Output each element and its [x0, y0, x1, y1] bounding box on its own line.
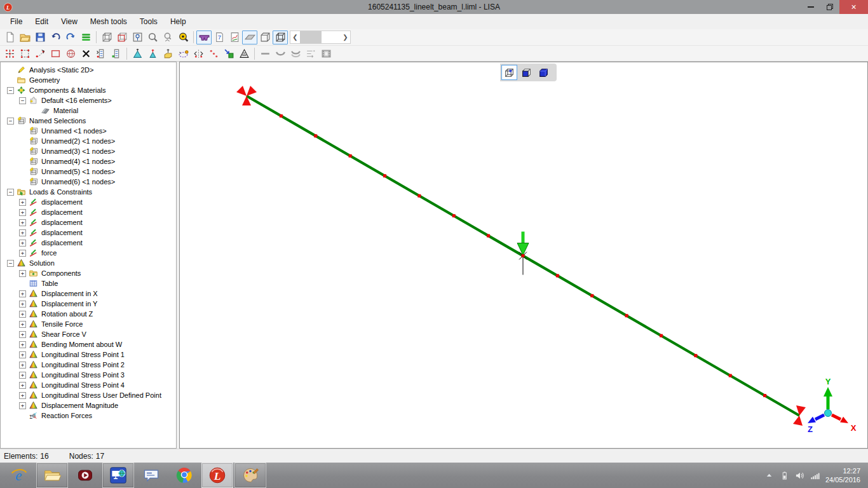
zoom-all-button[interactable] [175, 30, 191, 44]
time-step-scrollbar[interactable]: ❮❯ [290, 30, 351, 44]
zoom-button[interactable] [145, 30, 160, 44]
taskbar-internet-explorer-button[interactable]: e [3, 463, 35, 488]
delete-button[interactable] [78, 46, 93, 60]
select-sphere-button[interactable] [63, 46, 78, 60]
node-marker[interactable] [660, 334, 663, 337]
save-file-button[interactable] [32, 30, 48, 44]
expander-expand-icon[interactable]: + [19, 341, 26, 348]
node-marker[interactable] [314, 134, 317, 137]
taskbar-file-explorer-button[interactable] [36, 463, 68, 488]
expander-collapse-icon[interactable]: − [7, 260, 14, 267]
scroll-right-icon[interactable]: ❯ [341, 34, 350, 41]
scroll-thumb[interactable] [300, 31, 322, 43]
scroll-track[interactable] [300, 31, 341, 43]
tree-item-analysis-static-2d[interactable]: Analysis <Static 2D> [1, 65, 176, 75]
expander-expand-icon[interactable]: + [19, 240, 26, 247]
tree-item-force[interactable]: +force [1, 248, 176, 258]
tree-item-displacement[interactable]: +displacement [1, 227, 176, 238]
expander-collapse-icon[interactable]: − [19, 97, 26, 104]
expander-collapse-icon[interactable]: − [7, 189, 14, 196]
node-coordinates-button[interactable] [17, 46, 32, 60]
tree-item-shear-force-v[interactable]: +Shear Force V [1, 329, 176, 339]
taskbar-chrome-button[interactable] [168, 463, 200, 488]
load-cases-button[interactable]: 7 [212, 30, 227, 44]
tree-item-default-16-elements[interactable]: −Default <16 elements> [1, 95, 176, 105]
tree-item-longitudinal-stress-point-3[interactable]: +Longitudinal Stress Point 3 [1, 370, 176, 380]
fixed-support-symbol[interactable] [236, 86, 257, 105]
tree-item-material[interactable]: Material [1, 105, 176, 116]
node-marker[interactable] [280, 114, 283, 118]
taskbar-lisa-button[interactable]: L [201, 463, 233, 488]
wireframe-cube-view-button[interactable] [273, 30, 288, 44]
node-marker[interactable] [694, 354, 697, 357]
expander-expand-icon[interactable]: + [19, 351, 26, 358]
view-front-button[interactable] [114, 30, 130, 44]
expander-expand-icon[interactable]: + [19, 209, 26, 216]
tree-item-unnamed-4-1-nodes[interactable]: Unnamed(4) <1 nodes> [1, 156, 176, 166]
mirror-button[interactable] [191, 46, 206, 60]
menu-tools[interactable]: Tools [133, 15, 164, 29]
node-marker[interactable] [487, 234, 490, 238]
node-marker[interactable] [729, 374, 732, 377]
tree-item-components-materials[interactable]: −Components & Materials [1, 85, 176, 95]
new-file-button[interactable] [2, 30, 17, 44]
node-marker[interactable] [383, 174, 386, 177]
expander-expand-icon[interactable]: + [19, 311, 26, 318]
tree-item-displacement[interactable]: +displacement [1, 207, 176, 217]
flip-normal-button[interactable] [145, 46, 160, 60]
undo-button[interactable] [48, 30, 63, 44]
expander-expand-icon[interactable]: + [19, 250, 26, 257]
expander-expand-icon[interactable]: + [19, 229, 26, 236]
element-line-button[interactable] [257, 46, 273, 60]
minimize-button[interactable] [801, 0, 820, 14]
clock[interactable]: 12:27 24/05/2016 [825, 466, 860, 484]
menu-file[interactable]: File [4, 15, 29, 29]
node-marker[interactable] [417, 194, 421, 198]
solid-cube-view-button[interactable] [257, 30, 273, 44]
expander-expand-icon[interactable]: + [19, 372, 26, 379]
expander-expand-icon[interactable]: + [19, 301, 26, 308]
force-arrow[interactable] [517, 232, 529, 255]
tree-item-longitudinal-stress-user-defined-point[interactable]: +Longitudinal Stress User Defined Point [1, 390, 176, 400]
tree-item-tensile-force[interactable]: +Tensile Force [1, 319, 176, 329]
node-marker[interactable] [452, 214, 456, 217]
expander-expand-icon[interactable]: + [19, 392, 26, 399]
tree-item-displacement[interactable]: +displacement [1, 197, 176, 207]
restore-button[interactable] [820, 0, 839, 14]
element-normal-button[interactable] [130, 46, 145, 60]
redo-button[interactable] [63, 30, 78, 44]
expander-expand-icon[interactable]: + [19, 331, 26, 338]
view-hidden-line-button[interactable] [519, 65, 534, 80]
tree-item-displacement-magnitude[interactable]: +Displacement Magnitude [1, 400, 176, 410]
named-views-button[interactable] [130, 30, 145, 44]
taskbar-media-player-button[interactable] [69, 463, 101, 488]
view-isometric-button[interactable] [99, 30, 114, 44]
tree-item-solution[interactable]: −Solution [1, 258, 176, 268]
node-marker[interactable] [556, 274, 559, 277]
menu-mesh-tools[interactable]: Mesh tools [84, 15, 133, 29]
create-nodes-button[interactable] [2, 46, 17, 60]
taskbar-messaging-button[interactable] [135, 463, 167, 488]
taskbar-remote-desktop-button[interactable] [102, 463, 134, 488]
select-rectangle-button[interactable] [48, 46, 63, 60]
battery-icon[interactable] [780, 471, 789, 480]
expander-expand-icon[interactable]: + [19, 199, 26, 206]
zoom-dynamic-button[interactable] [160, 30, 175, 44]
refine-custom-button[interactable] [236, 46, 252, 60]
tree-item-displacement-in-x[interactable]: +Displacement in X [1, 288, 176, 299]
element-shell-button[interactable] [288, 46, 303, 60]
tree-item-loads-constraints[interactable]: −Loads & Constraints [1, 187, 176, 197]
tray-expand-icon[interactable] [764, 471, 774, 480]
element-axis-button[interactable] [303, 46, 318, 60]
tree-item-unnamed-6-1-nodes[interactable]: Unnamed(6) <1 nodes> [1, 177, 176, 187]
tree-item-table[interactable]: Table [1, 278, 176, 288]
node-marker[interactable] [349, 154, 352, 158]
menu-list-button[interactable] [78, 30, 93, 44]
extrude-button[interactable] [160, 46, 175, 60]
tree-item-longitudinal-stress-point-2[interactable]: +Longitudinal Stress Point 2 [1, 360, 176, 370]
menu-edit[interactable]: Edit [29, 15, 55, 29]
volume-icon[interactable] [795, 471, 804, 480]
tree-item-unnamed-5-1-nodes[interactable]: Unnamed(5) <1 nodes> [1, 166, 176, 177]
renumber-nodes-button[interactable] [93, 46, 109, 60]
tree-item-longitudinal-stress-point-4[interactable]: +Longitudinal Stress Point 4 [1, 380, 176, 390]
